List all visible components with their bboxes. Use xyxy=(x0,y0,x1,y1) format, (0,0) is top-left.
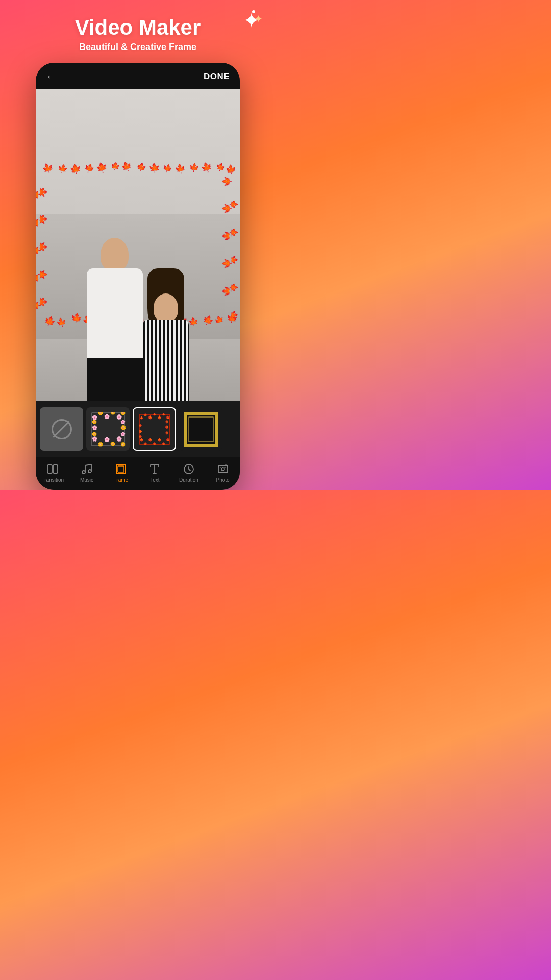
svg-rect-93 xyxy=(53,465,58,473)
svg-rect-90 xyxy=(185,413,217,446)
gold-frame-preview xyxy=(183,411,219,447)
svg-text:🍁: 🍁 xyxy=(166,437,170,442)
svg-rect-92 xyxy=(47,465,52,473)
svg-text:🌸: 🌸 xyxy=(120,431,126,436)
svg-text:🌼: 🌼 xyxy=(120,412,126,415)
svg-text:🌸: 🌸 xyxy=(116,436,122,442)
svg-point-100 xyxy=(221,468,224,471)
svg-text:🍁: 🍁 xyxy=(148,415,153,420)
svg-text:🍁: 🍁 xyxy=(143,413,147,417)
phone-mockup: ← DONE xyxy=(36,63,240,490)
svg-text:🌸: 🌸 xyxy=(92,436,98,442)
svg-text:🌸: 🌸 xyxy=(104,436,110,443)
svg-text:🌸: 🌸 xyxy=(104,413,110,420)
svg-text:🌼: 🌼 xyxy=(92,431,97,436)
man-legs xyxy=(87,358,143,401)
svg-text:🍁: 🍁 xyxy=(153,442,157,445)
svg-point-95 xyxy=(88,470,91,473)
frame-option-leaf[interactable]: 🍁 🍁 🍁 🍁 🍁 🍁 🍁 🍁 🍁 🍁 🍁 🍁 🍁 🍁 🍁 🍁 xyxy=(133,407,176,451)
sparkle-decoration: ✦ ✦ xyxy=(243,10,260,31)
svg-point-94 xyxy=(82,471,85,474)
svg-text:🍁: 🍁 xyxy=(157,415,162,420)
svg-rect-99 xyxy=(218,465,228,473)
svg-text:🌸: 🌸 xyxy=(120,419,126,424)
svg-text:🌼: 🌼 xyxy=(120,442,126,447)
nav-label-music: Music xyxy=(80,477,93,483)
svg-text:🍁: 🍁 xyxy=(165,420,169,424)
nav-item-frame[interactable]: Frame xyxy=(106,463,136,483)
svg-text:🍁: 🍁 xyxy=(157,437,162,442)
svg-text:🍁: 🍁 xyxy=(153,413,157,416)
frame-option-floral[interactable]: 🌸 🌼 🌸 🌼 🌸 🌼 🌸 🌼 🌸 🌼 🌸 🌼 🌼 🌸 🌼 🌸 xyxy=(86,407,130,451)
frame-option-none[interactable] xyxy=(40,407,83,451)
nav-item-duration[interactable]: Duration xyxy=(173,463,204,483)
transition-icon xyxy=(46,463,59,475)
done-button[interactable]: DONE xyxy=(204,71,230,82)
app-subtitle: Beautiful & Creative Frame xyxy=(79,42,196,53)
svg-text:🍁: 🍁 xyxy=(139,435,142,439)
frame-selector: 🌸 🌼 🌸 🌼 🌸 🌼 🌸 🌼 🌸 🌼 🌸 🌼 🌼 🌸 🌼 🌸 xyxy=(36,401,240,457)
clock-icon xyxy=(183,463,195,475)
leaf-frame-preview: 🍁 🍁 🍁 🍁 🍁 🍁 🍁 🍁 🍁 🍁 🍁 🍁 🍁 🍁 🍁 🍁 xyxy=(137,411,172,447)
photo-icon xyxy=(217,463,229,475)
floral-frame-preview: 🌸 🌼 🌸 🌼 🌸 🌼 🌸 🌼 🌸 🌼 🌸 🌼 🌼 🌸 🌼 🌸 xyxy=(90,411,126,447)
nav-item-transition[interactable]: Transition xyxy=(37,463,68,483)
back-button[interactable]: ← xyxy=(46,70,57,83)
svg-text:🍁: 🍁 xyxy=(162,442,166,445)
nav-label-text: Text xyxy=(150,477,159,483)
nav-label-duration: Duration xyxy=(179,477,198,483)
svg-text:🍁: 🍁 xyxy=(166,415,170,420)
svg-text:🍁: 🍁 xyxy=(164,425,169,429)
svg-text:🌼: 🌼 xyxy=(110,441,115,446)
svg-text:🌼: 🌼 xyxy=(120,425,126,431)
woman-head xyxy=(154,293,178,322)
svg-text:🌼: 🌼 xyxy=(98,412,103,415)
man-head xyxy=(101,238,129,271)
svg-text:🌼: 🌼 xyxy=(110,412,115,415)
svg-text:🌸: 🌸 xyxy=(92,425,98,431)
svg-text:🌼: 🌼 xyxy=(98,442,103,447)
svg-text:🍁: 🍁 xyxy=(139,424,142,428)
svg-text:🍁: 🍁 xyxy=(165,431,169,435)
photo-container: 🍁 🍁 🍁 🍁 🍁 🍁 🍁 🍁 🍁 🍁 🍁 🍁 🍁 🍁 🍁 xyxy=(36,89,240,401)
frame-icon xyxy=(115,463,127,475)
svg-text:🍁: 🍁 xyxy=(139,429,143,434)
no-frame-icon xyxy=(52,419,72,439)
image-area: 🍁 🍁 🍁 🍁 🍁 🍁 🍁 🍁 🍁 🍁 🍁 🍁 🍁 🍁 🍁 xyxy=(36,89,240,401)
nav-label-photo: Photo xyxy=(216,477,230,483)
app-title: Video Maker xyxy=(75,15,201,40)
woman-torso xyxy=(143,320,189,401)
couple-figures xyxy=(36,120,240,401)
svg-text:🍁: 🍁 xyxy=(162,413,166,416)
music-icon xyxy=(81,463,93,475)
text-icon xyxy=(148,463,161,475)
nav-item-music[interactable]: Music xyxy=(71,463,102,483)
svg-text:🌼: 🌼 xyxy=(92,419,97,424)
sparkle-small-icon: ✦ xyxy=(254,13,263,25)
svg-rect-97 xyxy=(118,466,124,472)
nav-item-text[interactable]: Text xyxy=(139,463,170,483)
svg-text:🍁: 🍁 xyxy=(143,442,147,445)
nav-label-transition: Transition xyxy=(42,477,64,483)
bottom-nav: Transition Music Frame Text xyxy=(36,457,240,490)
app-header: ✦ ✦ Video Maker Beautiful & Creative Fra… xyxy=(0,0,276,63)
nav-label-frame: Frame xyxy=(113,477,128,483)
nav-item-photo[interactable]: Photo xyxy=(208,463,238,483)
svg-text:🍁: 🍁 xyxy=(148,437,153,442)
man-torso xyxy=(87,268,143,360)
woman-figure xyxy=(138,253,194,401)
top-bar: ← DONE xyxy=(36,63,240,89)
frame-option-gold[interactable] xyxy=(179,407,222,451)
